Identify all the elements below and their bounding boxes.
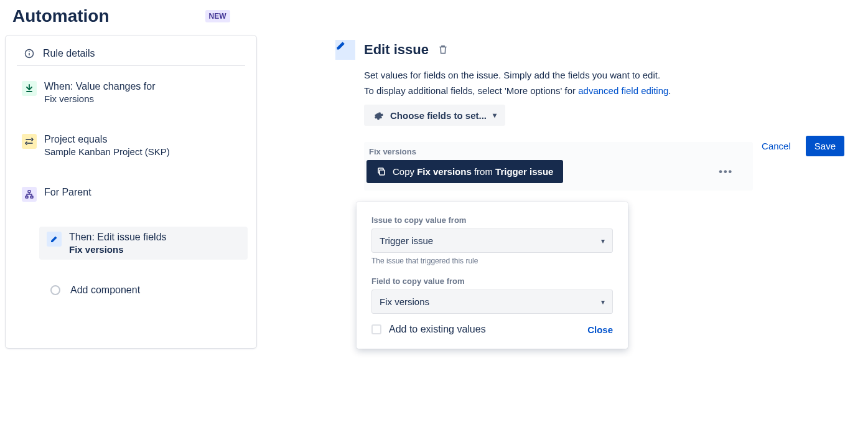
field-source-label: Field to copy value from — [371, 276, 613, 286]
rule-details-label: Rule details — [43, 48, 95, 59]
svg-rect-6 — [380, 170, 385, 175]
issue-source-label: Issue to copy value from — [371, 215, 613, 225]
choose-fields-button[interactable]: Choose fields to set... ▾ — [364, 105, 505, 126]
info-icon — [24, 49, 43, 59]
add-to-existing-label: Add to existing values — [389, 324, 486, 335]
trigger-icon — [22, 81, 37, 96]
action-title: Then: Edit issue fields — [69, 232, 167, 243]
chevron-down-icon: ▾ — [601, 237, 605, 245]
issue-source-select[interactable]: Trigger issue ▾ — [371, 229, 613, 253]
panel-title: Edit issue — [364, 42, 429, 58]
field-block-fix-versions: Fix versions ••• Copy Fix versions from … — [364, 142, 753, 191]
copy-config-popover: Issue to copy value from Trigger issue ▾… — [357, 202, 628, 349]
edit-issue-icon — [335, 40, 355, 60]
copy-icon — [376, 167, 386, 177]
description-1: Set values for fields on the issue. Simp… — [364, 70, 844, 80]
issue-source-value: Trigger issue — [380, 235, 433, 246]
rule-details-row[interactable]: Rule details — [17, 42, 245, 66]
trash-icon[interactable] — [437, 44, 449, 55]
issue-source-hint: The issue that triggered this rule — [371, 257, 613, 265]
close-popover-button[interactable]: Close — [587, 324, 613, 335]
branch-title: For Parent — [44, 187, 91, 198]
condition-icon — [22, 134, 37, 149]
chevron-down-icon: ▾ — [493, 111, 497, 120]
new-badge: NEW — [205, 10, 230, 22]
action-node[interactable]: Then: Edit issue fields Fix versions — [39, 227, 248, 260]
copy-text: Copy Fix versions from Trigger issue — [393, 166, 553, 177]
svg-point-2 — [29, 51, 29, 52]
page-title: Automation — [12, 6, 110, 26]
field-label: Fix versions — [369, 147, 745, 156]
advanced-editing-link[interactable]: advanced field editing — [578, 85, 668, 96]
trigger-sub: Fix versions — [44, 93, 155, 104]
gear-icon — [373, 110, 384, 121]
condition-node[interactable]: Project equals Sample Kanban Project (SK… — [14, 129, 248, 162]
svg-rect-5 — [30, 196, 33, 198]
save-button[interactable]: Save — [806, 136, 844, 156]
svg-rect-4 — [26, 196, 28, 198]
rule-tree-panel: Rule details When: Value changes for Fix… — [5, 35, 257, 349]
add-to-existing-row[interactable]: Add to existing values — [371, 324, 486, 335]
branch-node[interactable]: For Parent — [14, 182, 248, 207]
add-circle-icon — [50, 285, 60, 295]
add-component-button[interactable]: Add component — [43, 280, 251, 301]
field-source-value: Fix versions — [380, 296, 429, 307]
copy-pill[interactable]: Copy Fix versions from Trigger issue — [366, 160, 563, 183]
svg-rect-3 — [28, 191, 30, 192]
condition-sub: Sample Kanban Project (SKP) — [44, 146, 170, 157]
condition-title: Project equals — [44, 134, 170, 145]
cancel-button[interactable]: Cancel — [753, 136, 800, 156]
branch-icon — [22, 187, 37, 202]
chevron-down-icon: ▾ — [601, 298, 605, 306]
trigger-title: When: Value changes for — [44, 81, 155, 92]
description-2: To display additional fields, select 'Mo… — [364, 85, 844, 96]
add-to-existing-checkbox[interactable] — [371, 324, 381, 334]
action-sub: Fix versions — [69, 244, 167, 255]
field-source-select[interactable]: Fix versions ▾ — [371, 290, 613, 314]
more-dots-icon[interactable]: ••• — [719, 166, 733, 177]
trigger-node[interactable]: When: Value changes for Fix versions — [14, 76, 248, 109]
add-component-label: Add component — [70, 285, 140, 296]
edit-icon — [47, 232, 62, 247]
choose-fields-label: Choose fields to set... — [390, 110, 487, 121]
